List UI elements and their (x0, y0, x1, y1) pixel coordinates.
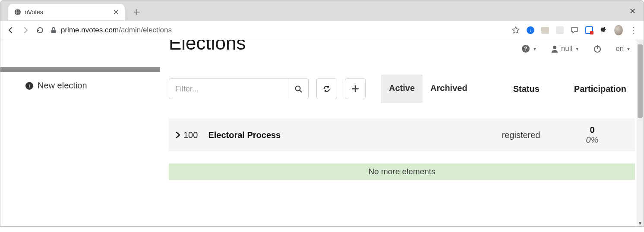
refresh-icon (323, 85, 331, 93)
globe-icon (14, 9, 21, 16)
new-election-label: New election (38, 81, 87, 91)
refresh-button[interactable] (316, 78, 337, 99)
browser-window: nVotes ✕ ✕ prime.nvotes.com/admin/electi… (0, 0, 644, 227)
profile-avatar-icon[interactable] (614, 26, 623, 34)
svg-point-9 (295, 86, 300, 91)
close-tab-icon[interactable]: ✕ (112, 8, 120, 16)
search-icon (295, 85, 302, 93)
back-button[interactable] (6, 26, 15, 34)
filter-group (169, 78, 309, 99)
election-row[interactable]: 100 Electoral Process registered 0 0% (169, 119, 635, 151)
address-bar: prime.nvotes.com/admin/elections ↓ ⋮ (0, 20, 644, 40)
svg-line-10 (300, 90, 302, 92)
reload-button[interactable] (36, 26, 44, 34)
page-viewport: ? ▼ null ▼ en ▼ + New election (0, 40, 644, 226)
scrollbar-thumb[interactable] (638, 44, 643, 118)
status-tabs: Active Archived (381, 75, 475, 103)
participation-percent: 0% (556, 135, 629, 145)
todo-extension-icon[interactable] (585, 26, 593, 34)
toolbar: Active Archived Status Participation (169, 75, 635, 103)
election-id: 100 (183, 130, 198, 140)
main-content: Elections Active Archived (160, 40, 644, 226)
column-headers: Status Participation (513, 84, 635, 94)
lock-icon (51, 27, 57, 34)
svg-rect-3 (51, 30, 56, 33)
forward-button[interactable] (21, 26, 30, 34)
add-button[interactable] (345, 78, 366, 99)
extension-icons: ↓ ⋮ (511, 26, 638, 34)
sidebar: + New election (0, 40, 160, 226)
new-election-link[interactable]: + New election (0, 72, 160, 91)
url-box[interactable]: prime.nvotes.com/admin/elections (51, 26, 505, 34)
tab-active[interactable]: Active (381, 75, 423, 103)
browser-menu-icon[interactable]: ⋮ (629, 26, 638, 34)
url-host: prime.nvotes.com (61, 26, 119, 34)
election-status: registered (486, 130, 556, 140)
col-status: Status (513, 84, 540, 94)
sidebar-divider (0, 67, 160, 72)
page-title: Elections (169, 40, 246, 54)
no-more-banner: No more elements (169, 163, 635, 180)
tab-title: nVotes (25, 9, 108, 16)
chat-icon[interactable] (570, 26, 579, 34)
bookmark-star-icon[interactable] (511, 26, 520, 34)
plus-icon (352, 85, 359, 92)
search-button[interactable] (288, 78, 309, 99)
tab-archived[interactable]: Archived (423, 75, 475, 103)
window-close-icon[interactable]: ✕ (629, 6, 636, 16)
url-path: /admin/elections (119, 26, 172, 34)
shopping-bag-icon[interactable] (541, 26, 549, 34)
plus-circle-icon: + (25, 82, 33, 90)
participation-count: 0 (556, 125, 629, 135)
election-participation: 0 0% (556, 125, 629, 145)
election-name: Electoral Process (208, 130, 281, 140)
chevron-right-icon[interactable] (175, 131, 181, 139)
grid-extension-icon[interactable] (556, 26, 564, 34)
scroll-down-icon[interactable]: ▼ (638, 221, 642, 226)
col-participation: Participation (574, 84, 626, 94)
extensions-puzzle-icon[interactable] (600, 26, 608, 34)
new-tab-button[interactable] (131, 6, 143, 18)
vertical-scrollbar[interactable]: ▼ (637, 40, 644, 226)
download-icon[interactable]: ↓ (526, 26, 535, 34)
page-title-wrap: Elections (169, 40, 635, 67)
tab-strip: nVotes ✕ ✕ (0, 0, 644, 20)
filter-input[interactable] (169, 78, 288, 99)
browser-tab[interactable]: nVotes ✕ (8, 4, 125, 20)
